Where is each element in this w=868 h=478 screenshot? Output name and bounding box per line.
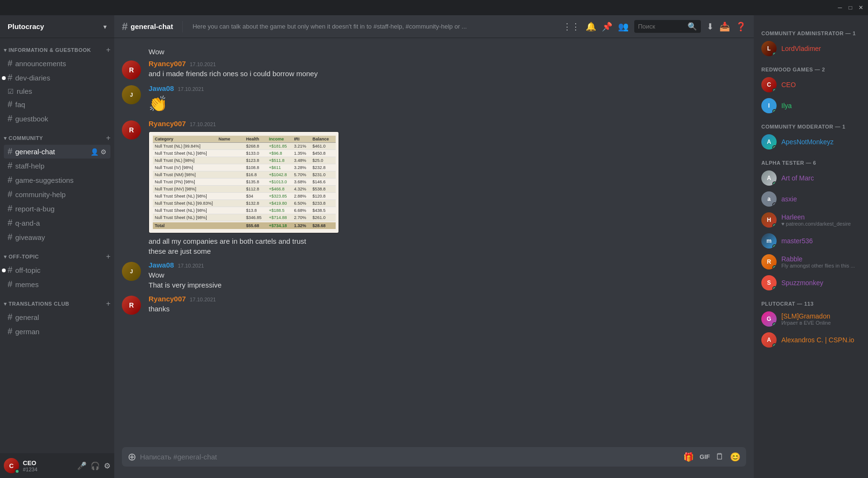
category-add-icon[interactable]: +	[106, 46, 110, 54]
category-translations[interactable]: ▾ TRANSLATIONS CLUB +	[0, 292, 114, 310]
sticker-icon[interactable]: 🗒	[716, 452, 724, 462]
member-ilya[interactable]: I Ilya	[758, 95, 864, 116]
category-community[interactable]: ▾ COMMUNITY +	[0, 126, 114, 144]
channel-staff-help[interactable]: # staff-help	[4, 159, 110, 173]
hash-icon: #	[8, 147, 12, 157]
help-icon[interactable]: ❓	[736, 21, 746, 32]
table-row: Null Trust Sheet (NL) [98%] $133.0 +$96.…	[153, 150, 336, 157]
channel-announcements[interactable]: # announcements	[4, 57, 110, 70]
member-ceo[interactable]: C CEO	[758, 74, 864, 95]
attach-icon[interactable]: ⊕	[128, 451, 136, 463]
headphones-icon[interactable]: 🎧	[90, 461, 100, 470]
member-art-of-marc[interactable]: A Art of Marc	[758, 168, 864, 189]
message-author[interactable]: Ryancy007	[149, 295, 186, 303]
message-author[interactable]: Jawa08	[149, 261, 174, 269]
server-header[interactable]: Plutocracy ▾	[0, 15, 114, 38]
message-author[interactable]: Ryancy007	[149, 120, 186, 128]
member-harleen[interactable]: H Harleen ♥ patreon.com/darkest_desire	[758, 209, 864, 230]
threads-icon[interactable]: ⋮⋮	[563, 21, 580, 32]
pin-icon[interactable]: 📌	[602, 21, 612, 32]
category-information-label: ▾ INFORMATION & GUESTBOOK	[4, 47, 91, 53]
message-text: That is very impressive	[149, 280, 746, 290]
microphone-icon[interactable]: 🎤	[77, 461, 87, 470]
category-off-topic[interactable]: ▾ OFF-TOPIC +	[0, 245, 114, 263]
channel-dev-diaries[interactable]: # dev-diaries	[4, 71, 110, 85]
maximize-button[interactable]: □	[847, 4, 854, 11]
member-alexandros[interactable]: A Alexandros C. | CSPN.io	[758, 329, 864, 350]
members-category-plutocrat: PLUTOCRAT — 113	[758, 293, 864, 309]
category-off-topic-add-icon[interactable]: +	[106, 252, 110, 261]
channel-general[interactable]: # general	[4, 310, 110, 324]
mute-icon[interactable]: 🔔	[586, 21, 596, 32]
channel-q-and-a[interactable]: # q-and-a	[4, 216, 110, 230]
category-chevron-icon: ▾	[4, 301, 9, 307]
member-master536[interactable]: m master536	[758, 230, 864, 251]
members-icon[interactable]: 👥	[618, 21, 629, 32]
avatar: R	[761, 254, 777, 269]
member-apesnotmonkeyz[interactable]: A ApesNotMonkeyz	[758, 131, 864, 152]
status-dot	[772, 52, 777, 56]
user-panel: C CEO #1234 🎤 🎧 ⚙	[0, 453, 114, 478]
channel-german[interactable]: # german	[4, 325, 110, 339]
channel-game-suggestions[interactable]: # game-suggestions	[4, 173, 110, 187]
minimize-button[interactable]: ─	[837, 4, 843, 11]
channel-faq[interactable]: # faq	[4, 98, 110, 111]
channel-report-a-bug[interactable]: # report-a-bug	[4, 202, 110, 216]
member-spuzzmonkey[interactable]: S Spuzzmonkey	[758, 272, 864, 293]
channel-giveaway[interactable]: # giveaway	[4, 230, 110, 244]
gift-icon[interactable]: 🎁	[683, 452, 694, 462]
status-dot	[15, 469, 20, 474]
avatar: m	[761, 233, 777, 249]
channel-off-topic[interactable]: # off-topic	[4, 263, 110, 277]
message-header: Jawa08 17.10.2021	[149, 84, 746, 92]
category-community-add-icon[interactable]: +	[106, 134, 110, 142]
category-chevron-icon: ▾	[4, 254, 9, 259]
member-name: Alexandros C. | CSPN.io	[781, 336, 854, 344]
search-input[interactable]	[638, 23, 686, 30]
member-asxie[interactable]: a asxie	[758, 189, 864, 209]
inbox-icon[interactable]: 📥	[719, 21, 730, 32]
message-timestamp: 17.10.2021	[190, 297, 216, 302]
chat-input[interactable]	[140, 447, 679, 467]
search-box[interactable]: 🔍	[634, 20, 701, 33]
avatar: L	[761, 41, 777, 56]
settings-icon[interactable]: ⚙	[100, 148, 107, 156]
gif-icon[interactable]: GIF	[699, 453, 710, 460]
category-translations-add-icon[interactable]: +	[106, 299, 110, 308]
avatar: A	[761, 332, 777, 348]
member-lordvladimer[interactable]: L LordVladimer	[758, 38, 864, 59]
status-dot	[772, 343, 777, 348]
channel-guestbook[interactable]: # guestbook	[4, 112, 110, 126]
channel-memes[interactable]: # memes	[4, 278, 110, 291]
add-member-icon[interactable]: 👤	[90, 148, 99, 156]
member-name: CEO	[781, 81, 796, 89]
hash-icon: #	[8, 204, 12, 214]
close-button[interactable]: ✕	[858, 4, 864, 11]
emoji-icon[interactable]: 😊	[730, 452, 740, 462]
settings-icon[interactable]: ⚙	[104, 461, 110, 470]
message-author[interactable]: Ryancy007	[149, 60, 186, 68]
member-rabble[interactable]: R Rabble Fly amongst other flies in this…	[758, 251, 864, 272]
message-author[interactable]: Jawa08	[149, 84, 174, 92]
search-icon: 🔍	[688, 22, 697, 31]
hash-icon: #	[8, 265, 12, 275]
message-timestamp: 17.10.2021	[178, 263, 204, 269]
hash-icon: #	[8, 161, 12, 171]
channel-rules[interactable]: ☑ rules	[4, 85, 110, 97]
members-sidebar: COMMUNITY ADMINISTRATOR — 1 L LordVladim…	[754, 15, 868, 478]
channel-general-chat[interactable]: # general-chat 👤 ⚙	[4, 145, 110, 159]
spreadsheet-footer: Total $55.68 +$734.18 1.32% $28.68	[153, 222, 336, 229]
download-icon[interactable]: ⬇	[707, 21, 714, 32]
members-category-redwood: REDWOOD GAMES — 2	[758, 59, 864, 74]
user-info: CEO #1234	[23, 459, 38, 472]
category-information[interactable]: ▾ INFORMATION & GUESTBOOK +	[0, 38, 114, 56]
member-slm-gramadon[interactable]: G [SLM]Gramadon Играет в EVE Online	[758, 309, 864, 329]
avatar: J	[122, 262, 141, 281]
app-body: Plutocracy ▾ ▾ INFORMATION & GUESTBOOK +…	[0, 15, 868, 478]
avatar: C	[761, 77, 777, 92]
member-name: ApesNotMonkeyz	[781, 138, 834, 146]
status-dot	[772, 88, 777, 92]
hash-icon: #	[8, 218, 12, 228]
hash-icon: #	[8, 100, 12, 110]
channel-community-help[interactable]: # community-help	[4, 188, 110, 201]
